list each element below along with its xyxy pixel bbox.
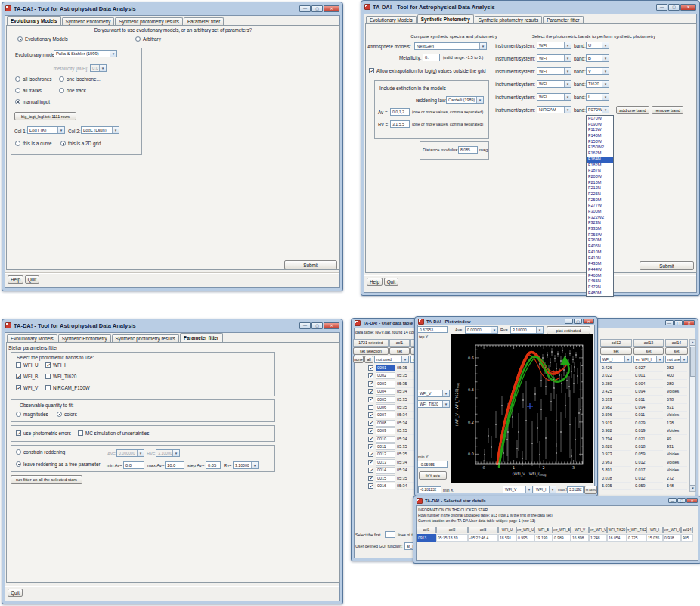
row-checkbox[interactable]	[368, 389, 373, 394]
radio-free-reddening[interactable]: leave reddening as a free parameter	[16, 461, 101, 467]
instrument-combo[interactable]: WFI	[537, 93, 571, 101]
table-scrollbar[interactable]: ▲ ▼	[689, 339, 696, 492]
set-selection-button[interactable]: set selection	[353, 347, 389, 355]
col2-combo[interactable]: LogL (Lsun)	[81, 126, 119, 134]
maximize-button[interactable]: ▢	[674, 320, 683, 325]
run-fitter-button[interactable]: run fitter on all the selected stars	[11, 475, 82, 484]
row-checkbox[interactable]	[368, 381, 373, 387]
tab-parameter-fitter[interactable]: Parameter fitter	[184, 17, 224, 25]
band-list-item[interactable]: F162M	[587, 151, 613, 157]
maximize-button[interactable]: ▢	[311, 322, 323, 329]
set-column-button[interactable]: set	[600, 347, 632, 355]
row-id-cell[interactable]: 0014	[376, 467, 395, 474]
row-checkbox[interactable]	[368, 405, 373, 410]
radio-manual-input[interactable]: manual input	[15, 99, 50, 104]
submit-button[interactable]: Submit	[284, 260, 337, 269]
max-av-input[interactable]: 10.0	[165, 461, 184, 469]
radio-constrain-reddening[interactable]: constrain reddening	[16, 449, 65, 455]
radio-all-tracks[interactable]: all tracks	[15, 88, 42, 93]
atmosphere-combo[interactable]: NextGen	[414, 42, 487, 50]
set-col1-button[interactable]: set	[389, 347, 410, 355]
none-button[interactable]: none	[353, 356, 364, 363]
radio-all-isochrones[interactable]: all isochrones	[15, 76, 52, 82]
row-id-cell[interactable]: 0012	[376, 451, 395, 458]
tab-evolutionary-models[interactable]: Evolutionary Models	[7, 16, 61, 25]
band-list-item[interactable]: F410N	[587, 256, 613, 262]
fit-y-axis-button[interactable]: fit Y axis	[419, 471, 447, 480]
row-checkbox[interactable]	[368, 444, 373, 449]
band-list-item[interactable]: F360M	[587, 238, 613, 244]
minimize-button[interactable]: —	[668, 498, 677, 503]
close-button[interactable]: ✕	[686, 498, 698, 503]
row-checkbox[interactable]	[368, 428, 373, 434]
col1-use-combo[interactable]: not used	[374, 356, 409, 363]
add-band-button[interactable]: add one band	[616, 106, 649, 114]
remove-band-button[interactable]: remove band	[652, 106, 683, 114]
maximize-button[interactable]: ▢	[677, 498, 686, 503]
extrapolation-checkbox[interactable]: Allow extrapolation for log(g) values ou…	[369, 68, 486, 73]
scroll-down-arrow[interactable]: ▼	[690, 485, 695, 491]
band-list-item[interactable]: F410M	[587, 250, 613, 256]
col1-combo[interactable]: LogT (K)	[27, 126, 65, 134]
radio-one-track[interactable]: one track ...	[59, 88, 91, 93]
tab-synthetic-photometry-results[interactable]: Synthetic photometry results	[112, 334, 179, 342]
band-list-item[interactable]: F430M	[587, 261, 613, 267]
band-checkbox-wfi_b[interactable]: WFI_B	[16, 374, 38, 379]
instrument-combo[interactable]: NIRCAM	[537, 106, 571, 113]
quit-button[interactable]: Quit	[8, 589, 23, 597]
star-value-cell[interactable]: 0913	[417, 534, 436, 542]
close-button[interactable]: ✕	[583, 319, 594, 324]
radio-2d-grid[interactable]: this is a 2D grid	[60, 141, 101, 146]
row-checkbox[interactable]	[368, 397, 373, 402]
set-column-button[interactable]: set	[665, 347, 688, 355]
band-list-item[interactable]: F070W	[587, 116, 613, 122]
row-id-cell[interactable]: 0005	[376, 396, 395, 403]
band-list-item[interactable]: F182M	[587, 163, 613, 169]
distance-input[interactable]: 8.085	[458, 146, 478, 154]
band-list-item[interactable]: F090W	[587, 122, 613, 128]
maximize-button[interactable]: ▢	[668, 4, 680, 11]
x2-band-combo[interactable]: WFI_I	[534, 486, 556, 493]
rv-combo[interactable]: 3.10000	[233, 461, 259, 469]
model-combo[interactable]: Palla & Stahler (1999)	[54, 50, 117, 57]
band-list-item[interactable]: F200W	[587, 174, 613, 180]
reddening-combo[interactable]: Cardelli (1989)	[446, 96, 484, 104]
rv-input[interactable]: 3.1,5.5	[390, 120, 410, 128]
close-button[interactable]: ✕	[324, 322, 339, 329]
band-combo[interactable]: U	[586, 42, 609, 49]
band-checkbox-wfi_u[interactable]: WFI_U	[16, 362, 39, 368]
file-button[interactable]: big_logt_logl.txt: 1111 rows	[14, 112, 76, 120]
row-id-cell[interactable]: 0013	[376, 459, 395, 466]
row-id-cell[interactable]: 0015	[376, 475, 395, 482]
column-use-combo[interactable]: err WFI_I	[633, 356, 664, 363]
av-combo[interactable]: 0.00000	[465, 326, 498, 334]
radio-one-isochrone[interactable]: one isochrone...	[59, 76, 101, 82]
tab-synthetic-photometry-results[interactable]: Synthetic photometry results	[115, 17, 182, 25]
band-checkbox-wfi_ti620[interactable]: WFI_TI620	[45, 374, 76, 379]
step-av-input[interactable]: 0.05	[206, 461, 221, 469]
maximize-button[interactable]: ▢	[311, 5, 323, 12]
radio-evolutionary-models[interactable]: Evolutionary Models	[17, 36, 68, 42]
instrument-combo[interactable]: WFI	[537, 67, 571, 75]
band-combo[interactable]: I	[586, 93, 609, 101]
row-id-cell[interactable]: 0011	[376, 443, 395, 450]
row-id-cell[interactable]: 0006	[376, 404, 395, 411]
band-list-item[interactable]: F356W	[587, 232, 613, 238]
max-x-input[interactable]: 3.31292	[567, 486, 584, 493]
band-list-item[interactable]: F150W	[587, 139, 613, 145]
min-av-input[interactable]: 0.0	[123, 461, 144, 469]
band-list-item[interactable]: F470N	[587, 284, 613, 291]
min-y-input[interactable]: -0.05955	[417, 461, 448, 468]
quit-button[interactable]: Quit	[25, 275, 39, 284]
help-button[interactable]: Help	[367, 278, 383, 286]
fit-axes-button[interactable]: fit axes	[584, 486, 597, 494]
mc-simulation-checkbox[interactable]: MC simulation of uncertainties	[78, 430, 149, 436]
band-list-item[interactable]: F140M	[587, 133, 613, 139]
row-checkbox[interactable]	[368, 460, 373, 465]
select-first-input[interactable]	[385, 531, 395, 538]
tab-parameter-fitter[interactable]: Parameter fitter	[543, 16, 583, 23]
row-id-cell[interactable]: 0004	[376, 388, 395, 395]
close-button[interactable]: ✕	[683, 320, 695, 325]
band-list-item[interactable]: F225N	[587, 191, 613, 197]
minimize-button[interactable]: —	[665, 320, 674, 325]
